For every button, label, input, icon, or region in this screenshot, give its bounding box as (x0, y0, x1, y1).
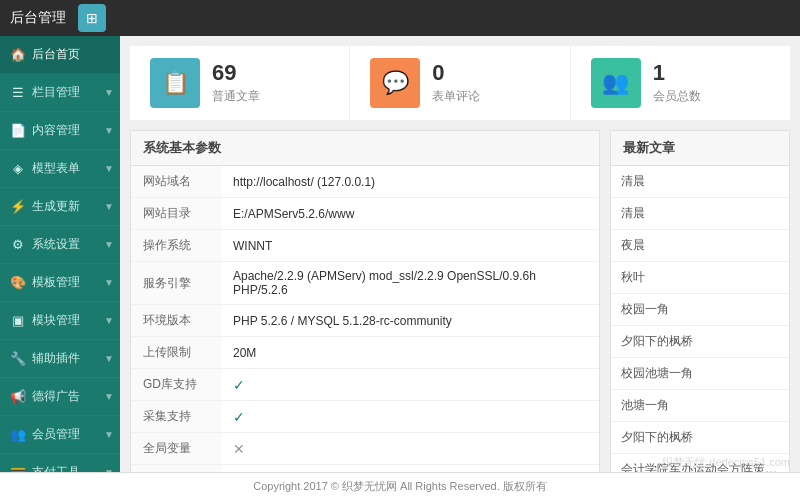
article-item[interactable]: 秋叶 (611, 262, 789, 294)
table-cell-value: E:/APMServ5.2.6/www (233, 207, 354, 221)
table-cell-value: WINNT (233, 239, 272, 253)
table-row: 环境版本 PHP 5.2.6 / MYSQL 5.1.28-rc-communi… (131, 305, 599, 337)
article-item[interactable]: 夜晨 (611, 230, 789, 262)
sidebar-arrow-payment: ▼ (104, 467, 114, 472)
footer-copyright: Copyright 2017 © 织梦无忧网 All Rights Reserv… (253, 480, 547, 492)
table-cell-label: 网站域名 (131, 166, 221, 198)
table-cell-data: 20M (221, 337, 599, 369)
sidebar-arrow-member: ▼ (104, 429, 114, 440)
sidebar-icon-system: ⚙ (10, 237, 26, 252)
table-cell-value: 20M (233, 346, 256, 360)
sidebar-icon-member: 👥 (10, 427, 26, 442)
sidebar-icon-ad: 📢 (10, 389, 26, 404)
table-cell-label: 网站目录 (131, 198, 221, 230)
sidebar-item-template[interactable]: 🎨 模板管理 ▼ (0, 264, 120, 302)
sidebar-item-module[interactable]: ▣ 模块管理 ▼ (0, 302, 120, 340)
table-row: 网站目录 E:/APMServ5.2.6/www (131, 198, 599, 230)
sidebar-item-home[interactable]: 🏠 后台首页 (0, 36, 120, 74)
sidebar-label-template: 模板管理 (32, 274, 80, 291)
article-item[interactable]: 清晨 (611, 166, 789, 198)
stat-card-label-members: 会员总数 (653, 88, 701, 105)
sidebar-item-ad[interactable]: 📢 德得广告 ▼ (0, 378, 120, 416)
cross-icon: ✕ (233, 441, 245, 457)
table-row: 上传限制 20M (131, 337, 599, 369)
sidebar-label-home: 后台首页 (32, 46, 80, 63)
system-info-title: 系统基本参数 (131, 131, 599, 166)
article-item[interactable]: 会计学院军办运动会方阵策划创意大赛 (611, 454, 789, 472)
sidebar-arrow-template: ▼ (104, 277, 114, 288)
sidebar-label-content: 内容管理 (32, 122, 80, 139)
sidebar-item-column[interactable]: ☰ 栏目管理 ▼ (0, 74, 120, 112)
table-cell-label: GD库支持 (131, 369, 221, 401)
stat-card-number-comments: 0 (432, 62, 480, 84)
sidebar-icon-plugin: 🔧 (10, 351, 26, 366)
sidebar-item-plugin[interactable]: 🔧 辅助插件 ▼ (0, 340, 120, 378)
sidebar-label-model: 模型表单 (32, 160, 80, 177)
top-bar-icon[interactable]: ⊞ (78, 4, 106, 32)
sidebar-label-payment: 支付工具 (32, 464, 80, 472)
table-row: 全局变量 ✕ (131, 433, 599, 465)
sidebar-item-member[interactable]: 👥 会员管理 ▼ (0, 416, 120, 454)
stat-card-comments: 💬 0 表单评论 (350, 46, 569, 120)
sidebar-label-plugin: 辅助插件 (32, 350, 80, 367)
table-row: 采集支持 ✓ (131, 401, 599, 433)
table-cell-label: 全局变量 (131, 433, 221, 465)
sidebar-label-module: 模块管理 (32, 312, 80, 329)
stat-card-members: 👥 1 会员总数 (571, 46, 790, 120)
stat-card-icon-comments: 💬 (370, 58, 420, 108)
table-cell-data: http://localhost/ (127.0.0.1) (221, 166, 599, 198)
article-item[interactable]: 夕阳下的枫桥 (611, 326, 789, 358)
table-cell-value: PHP 5.2.6 / MYSQL 5.1.28-rc-community (233, 314, 452, 328)
top-bar: 后台管理 ⊞ (0, 0, 800, 36)
table-row: 网站域名 http://localhost/ (127.0.0.1) (131, 166, 599, 198)
table-cell-data: ✕ (221, 433, 599, 465)
sidebar-arrow-ad: ▼ (104, 391, 114, 402)
table-cell-value: Apache/2.2.9 (APMServ) mod_ssl/2.2.9 Ope… (233, 269, 536, 297)
stat-card-label-comments: 表单评论 (432, 88, 480, 105)
sidebar-label-system: 系统设置 (32, 236, 80, 253)
table-row: 安全模式 ✕ (131, 465, 599, 473)
sidebar-icon-model: ◈ (10, 161, 26, 176)
article-item[interactable]: 夕阳下的枫桥 (611, 422, 789, 454)
sidebar-label-column: 栏目管理 (32, 84, 80, 101)
stat-card-info-members: 1 会员总数 (653, 62, 701, 105)
two-col-layout: 系统基本参数 网站域名 http://localhost/ (127.0.0.1… (130, 130, 790, 472)
sidebar-label-generate: 生成更新 (32, 198, 80, 215)
stat-card-label-articles: 普通文章 (212, 88, 260, 105)
stat-card-number-articles: 69 (212, 62, 260, 84)
sidebar-item-system[interactable]: ⚙ 系统设置 ▼ (0, 226, 120, 264)
check-icon: ✓ (233, 377, 245, 393)
sidebar-item-generate[interactable]: ⚡ 生成更新 ▼ (0, 188, 120, 226)
table-cell-label: 采集支持 (131, 401, 221, 433)
sidebar-label-ad: 德得广告 (32, 388, 80, 405)
sidebar-icon-module: ▣ (10, 313, 26, 328)
sidebar-icon-content: 📄 (10, 123, 26, 138)
sidebar-icon-column: ☰ (10, 85, 26, 100)
sidebar-arrow-system: ▼ (104, 239, 114, 250)
table-cell-label: 上传限制 (131, 337, 221, 369)
footer: Copyright 2017 © 织梦无忧网 All Rights Reserv… (0, 472, 800, 500)
system-info-table: 网站域名 http://localhost/ (127.0.0.1) 网站目录 … (131, 166, 599, 472)
sidebar-item-model[interactable]: ◈ 模型表单 ▼ (0, 150, 120, 188)
sidebar-arrow-column: ▼ (104, 87, 114, 98)
table-cell-data: PHP 5.2.6 / MYSQL 5.1.28-rc-community (221, 305, 599, 337)
sidebar-arrow-generate: ▼ (104, 201, 114, 212)
sidebar-icon-home: 🏠 (10, 47, 26, 62)
sidebar-icon-payment: 💳 (10, 465, 26, 472)
sidebar-arrow-content: ▼ (104, 125, 114, 136)
table-cell-data: Apache/2.2.9 (APMServ) mod_ssl/2.2.9 Ope… (221, 262, 599, 305)
latest-articles-panel: 最新文章 清晨清晨夜晨秋叶校园一角夕阳下的枫桥校园池塘一角池塘一角夕阳下的枫桥会… (610, 130, 790, 472)
stat-cards: 📋 69 普通文章 💬 0 表单评论 👥 1 会员总数 (130, 46, 790, 120)
stat-card-icon-members: 👥 (591, 58, 641, 108)
main-content: 📋 69 普通文章 💬 0 表单评论 👥 1 会员总数 系统基本参数 网站域名 … (120, 36, 800, 472)
article-item[interactable]: 清晨 (611, 198, 789, 230)
table-cell-label: 服务引擎 (131, 262, 221, 305)
table-cell-data: ✓ (221, 401, 599, 433)
table-row: GD库支持 ✓ (131, 369, 599, 401)
article-item[interactable]: 池塘一角 (611, 390, 789, 422)
sidebar-item-payment[interactable]: 💳 支付工具 ▼ (0, 454, 120, 472)
article-item[interactable]: 校园池塘一角 (611, 358, 789, 390)
article-item[interactable]: 校园一角 (611, 294, 789, 326)
sidebar-item-content[interactable]: 📄 内容管理 ▼ (0, 112, 120, 150)
stat-card-info-comments: 0 表单评论 (432, 62, 480, 105)
